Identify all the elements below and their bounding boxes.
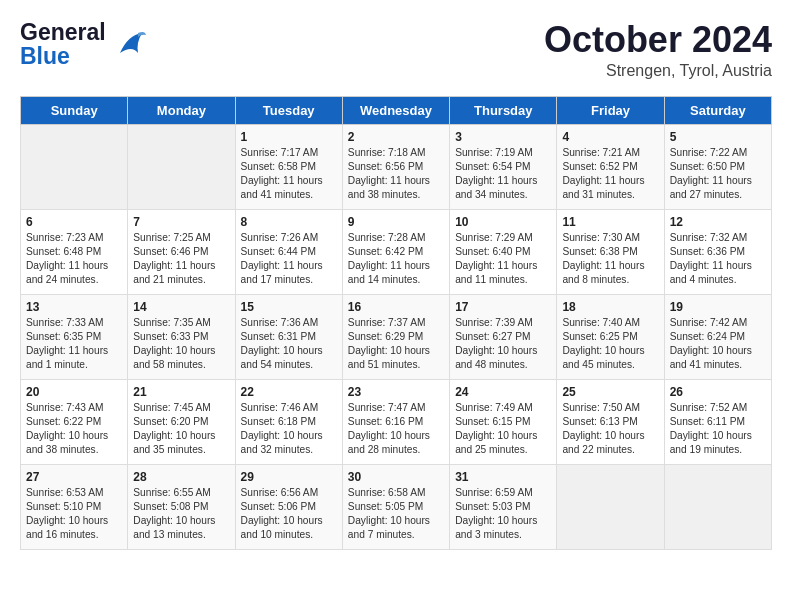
day-info: Sunrise: 6:56 AM Sunset: 5:06 PM Dayligh… — [241, 486, 337, 543]
logo-bird-icon — [110, 25, 148, 63]
calendar-cell: 10Sunrise: 7:29 AM Sunset: 6:40 PM Dayli… — [450, 209, 557, 294]
day-info: Sunrise: 7:28 AM Sunset: 6:42 PM Dayligh… — [348, 231, 444, 288]
day-number: 12 — [670, 215, 766, 229]
day-number: 16 — [348, 300, 444, 314]
day-info: Sunrise: 7:21 AM Sunset: 6:52 PM Dayligh… — [562, 146, 658, 203]
day-info: Sunrise: 6:53 AM Sunset: 5:10 PM Dayligh… — [26, 486, 122, 543]
logo-general: General — [20, 20, 106, 44]
calendar-week-row: 27Sunrise: 6:53 AM Sunset: 5:10 PM Dayli… — [21, 464, 772, 549]
calendar-cell: 20Sunrise: 7:43 AM Sunset: 6:22 PM Dayli… — [21, 379, 128, 464]
day-number: 4 — [562, 130, 658, 144]
calendar-cell: 5Sunrise: 7:22 AM Sunset: 6:50 PM Daylig… — [664, 124, 771, 209]
calendar-cell: 9Sunrise: 7:28 AM Sunset: 6:42 PM Daylig… — [342, 209, 449, 294]
header-cell-thursday: Thursday — [450, 96, 557, 124]
day-info: Sunrise: 7:17 AM Sunset: 6:58 PM Dayligh… — [241, 146, 337, 203]
header-cell-wednesday: Wednesday — [342, 96, 449, 124]
header-cell-sunday: Sunday — [21, 96, 128, 124]
day-info: Sunrise: 7:42 AM Sunset: 6:24 PM Dayligh… — [670, 316, 766, 373]
day-info: Sunrise: 7:36 AM Sunset: 6:31 PM Dayligh… — [241, 316, 337, 373]
day-info: Sunrise: 7:32 AM Sunset: 6:36 PM Dayligh… — [670, 231, 766, 288]
calendar-cell — [557, 464, 664, 549]
calendar-cell: 30Sunrise: 6:58 AM Sunset: 5:05 PM Dayli… — [342, 464, 449, 549]
day-info: Sunrise: 7:40 AM Sunset: 6:25 PM Dayligh… — [562, 316, 658, 373]
header-cell-saturday: Saturday — [664, 96, 771, 124]
month-title: October 2024 — [544, 20, 772, 60]
day-number: 11 — [562, 215, 658, 229]
calendar-cell — [21, 124, 128, 209]
calendar-cell: 25Sunrise: 7:50 AM Sunset: 6:13 PM Dayli… — [557, 379, 664, 464]
day-number: 21 — [133, 385, 229, 399]
day-info: Sunrise: 7:18 AM Sunset: 6:56 PM Dayligh… — [348, 146, 444, 203]
day-number: 25 — [562, 385, 658, 399]
calendar-cell: 29Sunrise: 6:56 AM Sunset: 5:06 PM Dayli… — [235, 464, 342, 549]
day-number: 19 — [670, 300, 766, 314]
day-info: Sunrise: 6:55 AM Sunset: 5:08 PM Dayligh… — [133, 486, 229, 543]
calendar-cell: 6Sunrise: 7:23 AM Sunset: 6:48 PM Daylig… — [21, 209, 128, 294]
day-number: 31 — [455, 470, 551, 484]
day-number: 10 — [455, 215, 551, 229]
day-number: 9 — [348, 215, 444, 229]
day-number: 3 — [455, 130, 551, 144]
day-number: 30 — [348, 470, 444, 484]
day-info: Sunrise: 7:33 AM Sunset: 6:35 PM Dayligh… — [26, 316, 122, 373]
calendar-cell: 2Sunrise: 7:18 AM Sunset: 6:56 PM Daylig… — [342, 124, 449, 209]
day-number: 13 — [26, 300, 122, 314]
calendar-cell: 22Sunrise: 7:46 AM Sunset: 6:18 PM Dayli… — [235, 379, 342, 464]
day-number: 15 — [241, 300, 337, 314]
header-cell-tuesday: Tuesday — [235, 96, 342, 124]
day-number: 23 — [348, 385, 444, 399]
calendar-week-row: 6Sunrise: 7:23 AM Sunset: 6:48 PM Daylig… — [21, 209, 772, 294]
day-info: Sunrise: 7:22 AM Sunset: 6:50 PM Dayligh… — [670, 146, 766, 203]
day-number: 7 — [133, 215, 229, 229]
day-number: 1 — [241, 130, 337, 144]
day-info: Sunrise: 7:43 AM Sunset: 6:22 PM Dayligh… — [26, 401, 122, 458]
day-info: Sunrise: 7:39 AM Sunset: 6:27 PM Dayligh… — [455, 316, 551, 373]
location-subtitle: Strengen, Tyrol, Austria — [544, 62, 772, 80]
calendar-cell: 4Sunrise: 7:21 AM Sunset: 6:52 PM Daylig… — [557, 124, 664, 209]
day-number: 17 — [455, 300, 551, 314]
day-number: 29 — [241, 470, 337, 484]
calendar-cell: 24Sunrise: 7:49 AM Sunset: 6:15 PM Dayli… — [450, 379, 557, 464]
day-number: 27 — [26, 470, 122, 484]
day-number: 14 — [133, 300, 229, 314]
day-info: Sunrise: 7:37 AM Sunset: 6:29 PM Dayligh… — [348, 316, 444, 373]
page-header: General Blue October 2024 Strengen, Tyro… — [20, 20, 772, 80]
day-info: Sunrise: 7:52 AM Sunset: 6:11 PM Dayligh… — [670, 401, 766, 458]
day-info: Sunrise: 7:50 AM Sunset: 6:13 PM Dayligh… — [562, 401, 658, 458]
calendar-cell: 7Sunrise: 7:25 AM Sunset: 6:46 PM Daylig… — [128, 209, 235, 294]
day-info: Sunrise: 7:19 AM Sunset: 6:54 PM Dayligh… — [455, 146, 551, 203]
calendar-cell: 23Sunrise: 7:47 AM Sunset: 6:16 PM Dayli… — [342, 379, 449, 464]
calendar-cell: 31Sunrise: 6:59 AM Sunset: 5:03 PM Dayli… — [450, 464, 557, 549]
calendar-table: SundayMondayTuesdayWednesdayThursdayFrid… — [20, 96, 772, 550]
calendar-cell: 27Sunrise: 6:53 AM Sunset: 5:10 PM Dayli… — [21, 464, 128, 549]
calendar-cell: 14Sunrise: 7:35 AM Sunset: 6:33 PM Dayli… — [128, 294, 235, 379]
header-cell-friday: Friday — [557, 96, 664, 124]
calendar-cell: 16Sunrise: 7:37 AM Sunset: 6:29 PM Dayli… — [342, 294, 449, 379]
calendar-cell: 19Sunrise: 7:42 AM Sunset: 6:24 PM Dayli… — [664, 294, 771, 379]
day-info: Sunrise: 7:35 AM Sunset: 6:33 PM Dayligh… — [133, 316, 229, 373]
calendar-cell: 12Sunrise: 7:32 AM Sunset: 6:36 PM Dayli… — [664, 209, 771, 294]
day-info: Sunrise: 7:29 AM Sunset: 6:40 PM Dayligh… — [455, 231, 551, 288]
day-info: Sunrise: 6:58 AM Sunset: 5:05 PM Dayligh… — [348, 486, 444, 543]
day-number: 24 — [455, 385, 551, 399]
calendar-cell: 18Sunrise: 7:40 AM Sunset: 6:25 PM Dayli… — [557, 294, 664, 379]
calendar-cell: 21Sunrise: 7:45 AM Sunset: 6:20 PM Dayli… — [128, 379, 235, 464]
calendar-cell: 28Sunrise: 6:55 AM Sunset: 5:08 PM Dayli… — [128, 464, 235, 549]
calendar-week-row: 20Sunrise: 7:43 AM Sunset: 6:22 PM Dayli… — [21, 379, 772, 464]
calendar-cell: 26Sunrise: 7:52 AM Sunset: 6:11 PM Dayli… — [664, 379, 771, 464]
calendar-cell: 8Sunrise: 7:26 AM Sunset: 6:44 PM Daylig… — [235, 209, 342, 294]
day-info: Sunrise: 7:49 AM Sunset: 6:15 PM Dayligh… — [455, 401, 551, 458]
day-info: Sunrise: 6:59 AM Sunset: 5:03 PM Dayligh… — [455, 486, 551, 543]
calendar-cell: 11Sunrise: 7:30 AM Sunset: 6:38 PM Dayli… — [557, 209, 664, 294]
calendar-cell: 17Sunrise: 7:39 AM Sunset: 6:27 PM Dayli… — [450, 294, 557, 379]
day-number: 20 — [26, 385, 122, 399]
day-number: 2 — [348, 130, 444, 144]
day-number: 6 — [26, 215, 122, 229]
title-block: October 2024 Strengen, Tyrol, Austria — [544, 20, 772, 80]
day-info: Sunrise: 7:47 AM Sunset: 6:16 PM Dayligh… — [348, 401, 444, 458]
day-number: 8 — [241, 215, 337, 229]
day-info: Sunrise: 7:23 AM Sunset: 6:48 PM Dayligh… — [26, 231, 122, 288]
day-info: Sunrise: 7:45 AM Sunset: 6:20 PM Dayligh… — [133, 401, 229, 458]
logo: General Blue — [20, 20, 148, 68]
calendar-cell: 13Sunrise: 7:33 AM Sunset: 6:35 PM Dayli… — [21, 294, 128, 379]
